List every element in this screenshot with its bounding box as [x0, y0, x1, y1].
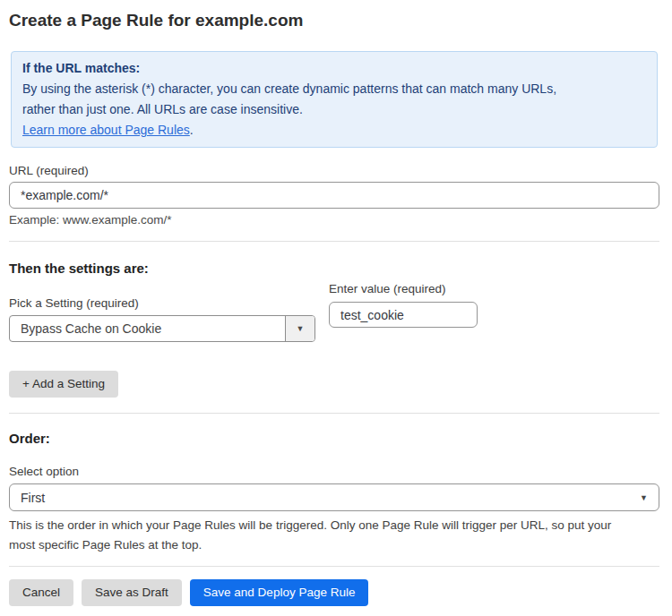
- create-page-rule-form: Create a Page Rule for example.com If th…: [0, 11, 672, 606]
- select-option-label: Select option: [9, 465, 659, 479]
- setting-value-column: Enter value (required): [329, 282, 478, 328]
- cancel-button[interactable]: Cancel: [9, 579, 73, 606]
- info-box-link-line: Learn more about Page Rules.: [22, 120, 644, 141]
- add-setting-button[interactable]: + Add a Setting: [9, 371, 118, 398]
- order-select[interactable]: First ▼: [9, 483, 659, 511]
- save-as-draft-button[interactable]: Save as Draft: [82, 579, 182, 606]
- order-help-line: most specific Page Rules at the top.: [9, 535, 659, 555]
- pick-setting-column: Pick a Setting (required) Bypass Cache o…: [9, 276, 315, 342]
- info-box-text-line: By using the asterisk (*) character, you…: [22, 79, 644, 99]
- page-title: Create a Page Rule for example.com: [9, 11, 659, 30]
- info-box-text-line: rather than just one. All URLs are case …: [22, 99, 644, 120]
- order-help-line: This is the order in which your Page Rul…: [9, 516, 659, 535]
- section-divider: [9, 566, 659, 567]
- settings-section-heading: Then the settings are:: [9, 261, 659, 276]
- chevron-down-icon[interactable]: ▼: [285, 316, 314, 341]
- section-divider: [9, 241, 659, 242]
- url-input[interactable]: [9, 182, 659, 209]
- url-match-info-box: If the URL matches: By using the asteris…: [11, 51, 658, 148]
- setting-select[interactable]: Bypass Cache on Cookie ▼: [9, 315, 315, 342]
- setting-row: Pick a Setting (required) Bypass Cache o…: [9, 276, 659, 342]
- setting-select-value: Bypass Cache on Cookie: [10, 316, 285, 341]
- section-divider: [9, 413, 659, 414]
- info-box-heading: If the URL matches:: [22, 58, 644, 79]
- order-select-value: First: [21, 491, 45, 505]
- form-actions: Cancel Save as Draft Save and Deploy Pag…: [9, 579, 659, 606]
- pick-setting-label: Pick a Setting (required): [9, 296, 315, 311]
- order-help-text: This is the order in which your Page Rul…: [9, 516, 659, 555]
- save-and-deploy-button[interactable]: Save and Deploy Page Rule: [190, 579, 369, 606]
- link-trailing-period: .: [190, 123, 194, 137]
- order-section-heading: Order:: [9, 431, 659, 446]
- setting-value-input[interactable]: [329, 302, 478, 328]
- url-label: URL (required): [9, 164, 659, 178]
- enter-value-label: Enter value (required): [329, 282, 478, 296]
- learn-more-page-rules-link[interactable]: Learn more about Page Rules: [22, 123, 190, 137]
- url-example-help: Example: www.example.com/*: [9, 213, 659, 227]
- chevron-down-icon: ▼: [640, 493, 648, 502]
